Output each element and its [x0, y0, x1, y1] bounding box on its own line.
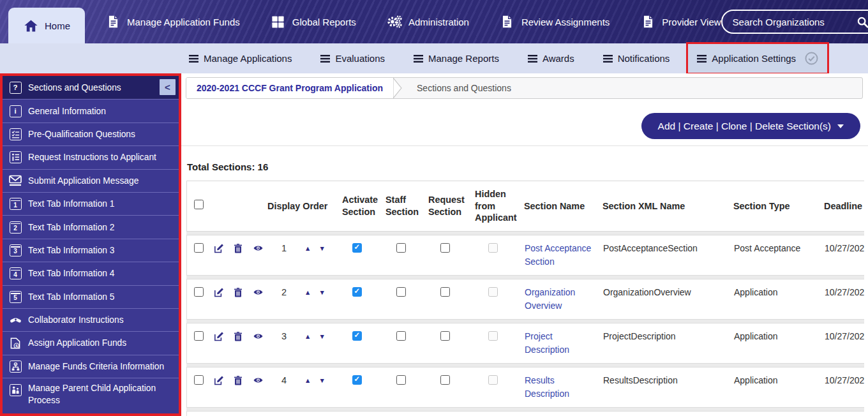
preview-icon[interactable] — [253, 331, 264, 342]
move-up-icon[interactable]: ▲ — [304, 376, 311, 385]
sidebar-item-request-instructions-to-applicant[interactable]: Request Instructions to Applicant — [3, 145, 179, 168]
gears-icon — [387, 14, 402, 29]
delete-icon[interactable] — [233, 287, 244, 298]
section-name-link[interactable]: Results Description — [520, 374, 599, 401]
section-name-link[interactable]: Project Description — [520, 330, 599, 357]
sidebar-item-assign-application-funds[interactable]: $Assign Application Funds — [3, 331, 179, 354]
row-select-checkbox[interactable] — [194, 375, 204, 385]
table-body: 1 ▲ ▼ Post Acceptance Section PostAccept… — [186, 235, 864, 416]
edit-icon[interactable] — [213, 243, 224, 254]
request-section-checkbox[interactable] — [440, 375, 450, 385]
top-nav-items: HomeManage Application FundsGlobal Repor… — [8, 0, 721, 43]
staff-section-checkbox[interactable] — [396, 375, 406, 385]
row-select-checkbox[interactable] — [194, 243, 204, 253]
sub-nav-item-manage-applications[interactable]: Manage Applications — [189, 53, 292, 64]
section-xml-name: PostAcceptanceSection — [599, 243, 730, 253]
sub-nav-item-awards[interactable]: Awards — [528, 53, 574, 64]
search-input[interactable] — [733, 17, 855, 27]
hidden-from-applicant-header: Hidden from Applicant — [471, 188, 520, 224]
request-section-checkbox[interactable] — [440, 331, 450, 341]
top-nav-item-review-assignments[interactable]: Review Assignments — [500, 14, 610, 29]
section-type-header: Section Type — [730, 200, 820, 212]
sub-nav-item-application-settings[interactable]: Application Settings — [687, 43, 828, 73]
row-select-checkbox[interactable] — [194, 287, 204, 297]
preview-icon[interactable] — [253, 375, 264, 386]
sidebar-item-collaborator-instructions[interactable]: Collaborator Instructions — [3, 308, 179, 331]
activate-section-checkbox[interactable] — [352, 331, 362, 341]
activate-section-checkbox[interactable] — [352, 243, 362, 253]
staff-section-checkbox[interactable] — [396, 331, 406, 341]
sidebar-item-label: Request Instructions to Applicant — [28, 152, 175, 162]
top-nav-label: Administration — [408, 17, 469, 27]
move-down-icon[interactable]: ▼ — [318, 288, 325, 297]
staff-section-checkbox[interactable] — [396, 243, 406, 253]
sub-nav: Manage ApplicationsEvaluationsManage Rep… — [0, 43, 868, 73]
preview-icon[interactable] — [253, 287, 264, 298]
section-name-link[interactable]: Organization Overview — [520, 286, 599, 313]
move-down-icon[interactable]: ▼ — [318, 376, 325, 385]
delete-icon[interactable] — [233, 375, 244, 386]
sidebar-item-manage-funds-criteria-information[interactable]: $Manage Funds Criteria Information — [3, 355, 179, 378]
edit-icon[interactable] — [213, 331, 224, 342]
search-icon[interactable] — [855, 14, 868, 29]
section-xml-name: OrganizationOverview — [599, 287, 730, 297]
move-up-icon[interactable]: ▲ — [304, 244, 311, 253]
section-type: Application — [730, 331, 820, 341]
sub-nav-item-notifications[interactable]: Notifications — [603, 53, 670, 64]
top-nav-item-global-reports[interactable]: Global Reports — [271, 14, 356, 29]
sub-nav-label: Notifications — [618, 53, 670, 64]
request-section-checkbox[interactable] — [440, 243, 450, 253]
hamburger-icon — [414, 55, 423, 63]
preview-icon[interactable] — [253, 243, 264, 254]
table-row: 2 ▲ ▼ Organization Overview Organization… — [186, 279, 864, 320]
sub-nav-label: Application Settings — [712, 53, 796, 64]
sub-nav-label: Awards — [542, 53, 574, 64]
request-section-header: Request Section — [424, 194, 471, 218]
top-nav-item-provider-view[interactable]: Provider View — [640, 14, 721, 29]
sidebar-item-text-tab-information-2[interactable]: 2Text Tab Information 2 — [3, 215, 179, 238]
search-organizations-pill[interactable] — [721, 10, 868, 34]
edit-icon[interactable] — [213, 375, 224, 386]
top-nav-item-administration[interactable]: Administration — [387, 14, 469, 29]
home-icon — [23, 18, 38, 33]
top-nav-item-home[interactable]: Home — [8, 8, 85, 43]
breadcrumb: 2020-2021 CCCF Grant Program Application… — [186, 77, 863, 99]
sidebar-collapse-button[interactable]: < — [160, 79, 176, 95]
sidebar-item-text-tab-information-4[interactable]: 4Text Tab Information 4 — [3, 262, 179, 285]
top-nav-item-manage-application-funds[interactable]: Manage Application Funds — [105, 14, 240, 29]
sidebar-item-general-information[interactable]: iGeneral Information — [3, 99, 179, 122]
delete-icon[interactable] — [233, 243, 244, 254]
info-icon: i — [10, 105, 22, 117]
staff-section-checkbox[interactable] — [396, 287, 406, 297]
sub-nav-item-evaluations[interactable]: Evaluations — [320, 53, 385, 64]
document-icon — [105, 14, 121, 29]
move-down-icon[interactable]: ▼ — [318, 244, 325, 253]
select-all-checkbox[interactable] — [194, 200, 204, 209]
sidebar-item-text-tab-information-5[interactable]: 5Text Tab Information 5 — [3, 285, 179, 308]
display-order-value: 2 — [281, 287, 290, 297]
sidebar-item-sections-and-questions[interactable]: ?Sections and Questions< — [3, 76, 179, 99]
row-select-checkbox[interactable] — [194, 331, 204, 341]
sidebar-item-pre-qualification-questions[interactable]: Pre-Qualification Questions — [3, 123, 179, 145]
move-down-icon[interactable]: ▼ — [318, 332, 325, 341]
breadcrumb-root-link[interactable]: 2020-2021 CCCF Grant Program Application — [186, 78, 393, 98]
sidebar-item-text-tab-information-1[interactable]: 1Text Tab Information 1 — [3, 192, 179, 215]
edit-icon[interactable] — [213, 287, 224, 298]
sidebar-item-label: General Information — [28, 107, 175, 116]
activate-section-checkbox[interactable] — [352, 375, 362, 385]
move-up-icon[interactable]: ▲ — [304, 288, 311, 297]
sub-nav-item-manage-reports[interactable]: Manage Reports — [414, 53, 499, 64]
section-type: Application — [730, 287, 820, 297]
request-section-checkbox[interactable] — [440, 287, 450, 297]
sections-toolbar: Add | Create | Clone | Delete Section(s) — [181, 99, 868, 146]
sidebar-item-submit-application-message[interactable]: Submit Application Message — [3, 169, 179, 192]
hamburger-icon — [697, 55, 707, 63]
sidebar-item-manage-parent-child-application-process[interactable]: Manage Parent Child Application Process — [3, 378, 179, 411]
add-create-clone-delete-sections-button[interactable]: Add | Create | Clone | Delete Section(s) — [641, 113, 860, 139]
move-up-icon[interactable]: ▲ — [304, 332, 311, 341]
sidebar-item-text-tab-information-3[interactable]: 3Text Tab Information 3 — [3, 239, 179, 262]
section-name-link[interactable]: Post Acceptance Section — [520, 242, 599, 269]
hidden-from-applicant-checkbox — [488, 331, 498, 341]
activate-section-checkbox[interactable] — [352, 287, 362, 297]
delete-icon[interactable] — [233, 331, 244, 342]
